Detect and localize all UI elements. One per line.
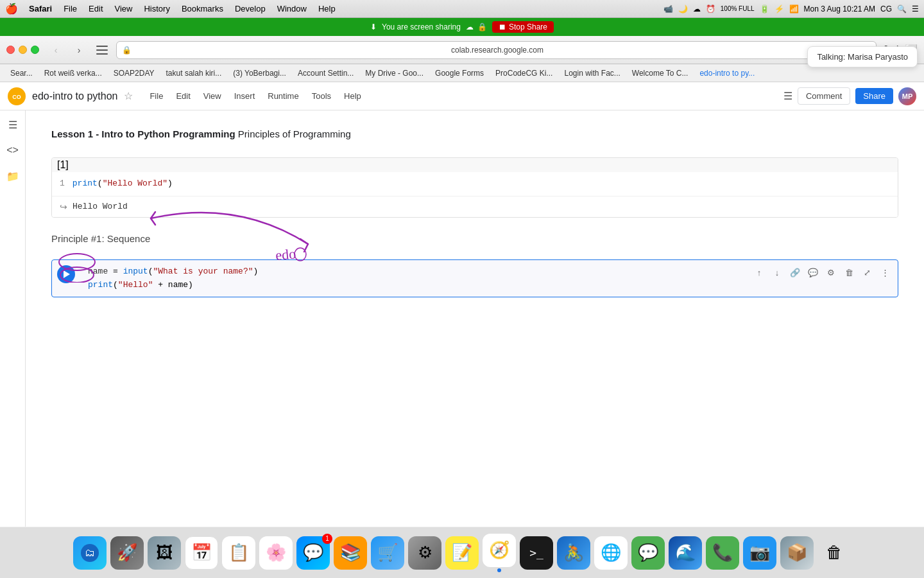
dock-preview[interactable]: 🖼 (148, 536, 181, 570)
more-cell-button[interactable]: ⋮ (877, 265, 893, 281)
dock-terminal[interactable]: >_ (520, 536, 553, 570)
apple-menu[interactable]: 🍎 (5, 3, 18, 15)
bookmark-2[interactable]: SOAP2DAY (108, 67, 160, 79)
sidebar-code-icon[interactable]: <> (4, 141, 22, 159)
search-icon[interactable]: 🔍 (897, 4, 907, 13)
dock-trash[interactable]: 🗑 (817, 536, 851, 570)
bookmark-5[interactable]: Account Settin... (293, 67, 359, 79)
develop-menu[interactable]: Develop (230, 3, 270, 15)
history-menu[interactable]: History (139, 3, 174, 15)
dock-calendar[interactable]: 📅 (185, 536, 218, 570)
dock-systemprefs[interactable]: ⚙ (408, 536, 441, 570)
terminal-icon: >_ (520, 536, 553, 570)
move-down-button[interactable]: ↓ (769, 265, 785, 281)
move-up-button[interactable]: ↑ (751, 265, 767, 281)
user-avatar[interactable]: MP (898, 87, 916, 105)
window-menu[interactable]: Window (273, 3, 311, 15)
line-number-1: 1 (60, 179, 65, 188)
bookmark-9[interactable]: Login with Fac... (559, 67, 625, 79)
bookmark-0[interactable]: Sear... (5, 67, 38, 79)
comment-button[interactable]: Comment (798, 87, 850, 105)
bookmark-10[interactable]: Welcome To C... (627, 67, 694, 79)
link-cell-button[interactable]: 🔗 (787, 265, 803, 281)
forward-button[interactable]: › (70, 41, 88, 59)
fullscreen-window-button[interactable] (31, 46, 39, 54)
messages-icon: 💬 (631, 536, 665, 570)
close-window-button[interactable] (6, 46, 15, 54)
dock-books[interactable]: 📚 (334, 536, 367, 570)
bookmark-3[interactable]: takut salah kiri... (161, 67, 227, 79)
stop-share-button[interactable]: ⏹ Stop Share (492, 21, 554, 33)
dock-wave[interactable]: 🌊 (669, 536, 702, 570)
sidebar-files-icon[interactable]: 📁 (4, 167, 22, 185)
safari-menu[interactable]: Safari (24, 3, 56, 15)
menu-view[interactable]: View (198, 89, 227, 103)
back-button[interactable]: ‹ (47, 41, 65, 59)
share-down-icon: ⬇ (370, 22, 377, 31)
file-menu[interactable]: File (59, 3, 81, 15)
dock-messenger[interactable]: 💬 1 (296, 536, 330, 570)
bookmark-1[interactable]: Rot weiß verka... (39, 67, 107, 79)
bookmarks-menu[interactable]: Bookmarks (177, 3, 228, 15)
messenger-badge: 1 (322, 534, 332, 544)
files-icon: 📦 (780, 536, 814, 570)
svg-rect-0 (96, 46, 108, 47)
menu-icon[interactable]: ☰ (783, 90, 792, 102)
systemprefs-icon: ⚙ (408, 536, 441, 570)
edit-menu[interactable]: Edit (84, 3, 107, 15)
address-bar[interactable]: 🔒 colab.research.google.com ↻ (116, 41, 877, 59)
code-cell-1: [1] 1print("Hello World") ↪ Hello World (51, 157, 898, 218)
dock-stickies[interactable]: 📝 (445, 536, 479, 570)
dock-safari[interactable]: 🧭 (483, 534, 516, 572)
dock-files[interactable]: 📦 (780, 536, 814, 570)
comment-cell-button[interactable]: 💬 (805, 265, 821, 281)
traffic-lights (6, 46, 39, 54)
notification-icon[interactable]: ☰ (912, 4, 919, 13)
dock-fitness[interactable]: 🚴 (557, 536, 590, 570)
paren-close-2: ) (188, 280, 193, 290)
run-cell-button[interactable] (57, 265, 75, 283)
delete-cell-button[interactable]: 🗑 (841, 265, 857, 281)
dock-finder[interactable]: 🗂 (73, 536, 107, 570)
dock-appstore[interactable]: 🛒 (371, 536, 404, 570)
dock-launchpad[interactable]: 🚀 (110, 536, 144, 570)
bookmark-7[interactable]: Google Forms (430, 67, 489, 79)
dock-facetime[interactable]: 📞 (706, 536, 739, 570)
svg-text:🗂: 🗂 (85, 547, 95, 558)
bookmark-6[interactable]: My Drive - Goo... (360, 67, 429, 79)
principle-label: Principle #1: Sequence (51, 233, 150, 244)
view-menu[interactable]: View (110, 3, 137, 15)
share-icons: ☁ 🔒 (466, 22, 487, 31)
user-initials: CG (880, 4, 892, 13)
menu-insert[interactable]: Insert (229, 89, 261, 103)
dock-zoom[interactable]: 📷 (743, 536, 776, 570)
menu-file[interactable]: File (144, 89, 168, 103)
menu-help[interactable]: Help (339, 89, 366, 103)
dock-messages[interactable]: 💬 (631, 536, 665, 570)
minimize-window-button[interactable] (19, 46, 27, 54)
help-menu[interactable]: Help (314, 3, 340, 15)
equals-op: = (113, 267, 123, 276)
sidebar-toc-icon[interactable]: ☰ (4, 116, 22, 134)
sidebar-toggle-button[interactable] (93, 41, 111, 59)
dock-photos[interactable]: 🌸 (259, 536, 293, 570)
bookmark-4[interactable]: (3) YoBerbagi... (228, 67, 291, 79)
menu-tools[interactable]: Tools (307, 89, 336, 103)
safari-dot (497, 568, 501, 572)
expand-cell-button[interactable]: ⤢ (859, 265, 875, 281)
bookmark-bar: Sear... Rot weiß verka... SOAP2DAY takut… (0, 64, 924, 82)
star-button[interactable]: ☆ (124, 90, 133, 102)
dock-chrome[interactable]: 🌐 (594, 536, 628, 570)
paren-open-2: ( (113, 280, 118, 290)
svg-rect-1 (96, 49, 108, 51)
share-button[interactable]: Share (855, 88, 893, 104)
photos-icon: 🌸 (259, 536, 293, 570)
settings-cell-button[interactable]: ⚙ (823, 265, 839, 281)
talking-popup: Talking: Marisa Paryasto (807, 46, 918, 67)
bookmark-11[interactable]: edo-intro to py... (694, 67, 760, 79)
dock-reminders[interactable]: 📋 (222, 536, 255, 570)
bookmark-8[interactable]: ProCodeCG Ki... (490, 67, 558, 79)
menu-edit[interactable]: Edit (171, 89, 195, 103)
code-content-1[interactable]: 1print("Hello World") (52, 172, 898, 196)
menu-runtime[interactable]: Runtime (262, 89, 304, 103)
